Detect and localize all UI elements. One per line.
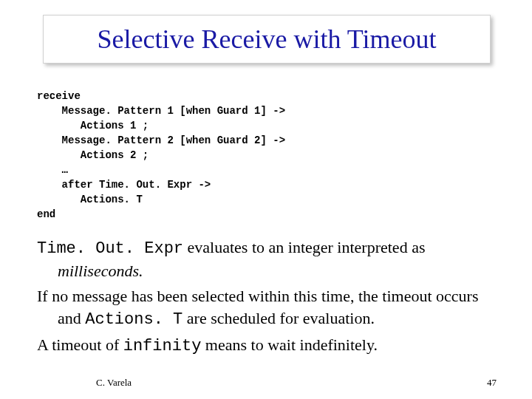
body-text: Time. Out. Expr evaluates to an integer … — [37, 236, 495, 361]
body-paragraph-3: A timeout of infinity means to wait inde… — [37, 334, 495, 358]
body-paragraph-1: Time. Out. Expr evaluates to an integer … — [37, 236, 495, 282]
slide: Selective Receive with Timeout receive M… — [0, 0, 532, 399]
code-line: Actions. T — [37, 194, 143, 205]
code-line: Actions 1 ; — [37, 120, 149, 132]
code-line: Message. Pattern 2 [when Guard 2] -> — [37, 134, 285, 146]
inline-code: Time. Out. Expr — [37, 239, 183, 258]
body-text-span: A timeout of — [37, 335, 123, 354]
body-text-span: means to wait indefinitely. — [201, 335, 378, 354]
inline-code: Actions. T — [85, 310, 183, 329]
code-line: Message. Pattern 1 [when Guard 1] -> — [37, 105, 285, 117]
body-text-span: are scheduled for evaluation. — [183, 309, 375, 327]
footer-author: C. Varela — [96, 377, 132, 389]
code-line: receive — [37, 90, 81, 102]
slide-title: Selective Receive with Timeout — [98, 24, 437, 55]
code-line: after Time. Out. Expr -> — [37, 179, 211, 191]
title-box: Selective Receive with Timeout — [43, 15, 491, 64]
body-paragraph-2: If no message has been selected within t… — [37, 285, 495, 331]
code-line: … — [37, 164, 68, 176]
code-block: receive Message. Pattern 1 [when Guard 1… — [37, 89, 285, 222]
body-text-span: evaluates to an integer interpreted as — [183, 238, 425, 256]
inline-code: infinity — [123, 337, 202, 355]
footer-page-number: 47 — [487, 377, 497, 389]
body-italic: milliseconds. — [58, 262, 143, 280]
code-line: end — [37, 208, 55, 220]
code-line: Actions 2 ; — [37, 149, 149, 161]
